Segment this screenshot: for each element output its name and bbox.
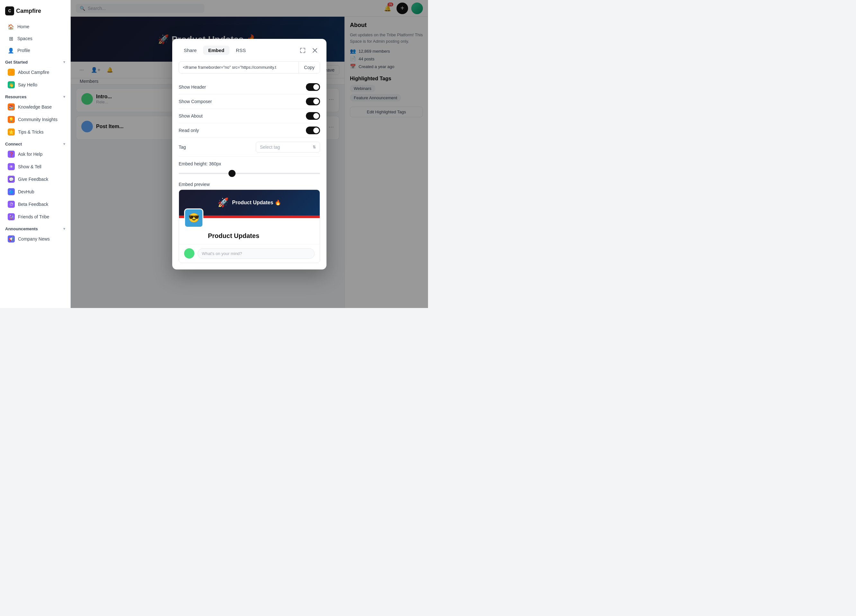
about-campfire-icon: 🔶 <box>8 69 15 76</box>
friends-of-tribe-icon: 🔮 <box>8 213 15 220</box>
tab-share[interactable]: Share <box>179 46 202 55</box>
expand-icon <box>300 48 305 53</box>
sidebar-item-community-insights[interactable]: 💡 Community Insights <box>3 114 68 126</box>
sidebar: C Campfire 🏠 Home ⊞ Spaces 👤 Profile Get… <box>0 0 71 308</box>
preview-composer: What's on your mind? <box>179 244 320 263</box>
sidebar-item-show-tell[interactable]: 👁 Show & Tell <box>3 161 68 173</box>
sidebar-item-label: Company News <box>18 237 50 241</box>
toggle-label: Show Composer <box>179 99 212 104</box>
sidebar-item-label: Tips & Tricks <box>18 129 44 135</box>
section-label: Announcements <box>5 226 38 231</box>
preview-composer-input: What's on your mind? <box>198 248 314 259</box>
close-button[interactable] <box>310 45 320 55</box>
toggle-knob <box>313 84 319 90</box>
sidebar-item-label: Profile <box>17 48 30 53</box>
read-only-toggle[interactable] <box>306 126 320 134</box>
sidebar-item-label: Spaces <box>17 36 32 41</box>
sidebar-item-devhub[interactable]: 🔷 DevHub <box>3 186 68 198</box>
section-label: Connect <box>5 141 22 146</box>
sidebar-item-label: Community Insights <box>18 117 57 122</box>
sidebar-item-company-news[interactable]: 📢 Company News <box>3 233 68 245</box>
show-tell-icon: 👁 <box>8 163 15 170</box>
sidebar-item-spaces[interactable]: ⊞ Spaces <box>3 33 68 44</box>
toggle-show-about: Show About <box>179 109 320 123</box>
preview-space-name: Product Updates <box>208 232 314 240</box>
beta-feedback-icon: ⏱ <box>8 201 15 208</box>
community-insights-icon: 💡 <box>8 116 15 123</box>
tab-rss[interactable]: RSS <box>231 46 251 55</box>
section-label: Get Started <box>5 60 28 65</box>
sidebar-item-label: About Campfire <box>18 70 49 75</box>
tag-row: Tag Select tag ⇅ <box>179 138 320 157</box>
devhub-icon: 🔷 <box>8 188 15 195</box>
embed-modal: Share Embed RSS <box>172 39 326 269</box>
show-header-toggle[interactable] <box>306 83 320 91</box>
section-label: Resources <box>5 94 26 99</box>
sidebar-item-label: Ask for Help <box>18 152 42 157</box>
embed-url-row: Copy <box>179 61 320 74</box>
chevron-down-icon: ▾ <box>63 60 65 64</box>
toggle-show-header: Show Header <box>179 80 320 94</box>
copy-button[interactable]: Copy <box>299 61 320 73</box>
sidebar-item-give-feedback[interactable]: 💬 Give Feedback <box>3 173 68 185</box>
ask-for-help-icon: ❓ <box>8 151 15 158</box>
show-composer-toggle[interactable] <box>306 98 320 105</box>
toggle-knob <box>313 128 319 133</box>
sidebar-item-label: Show & Tell <box>18 164 42 169</box>
tag-select-placeholder: Select tag <box>260 144 280 150</box>
toggle-show-composer: Show Composer <box>179 94 320 109</box>
section-resources[interactable]: Resources ▾ <box>0 91 70 100</box>
show-about-toggle[interactable] <box>306 112 320 120</box>
chevron-down-icon: ▾ <box>63 142 65 146</box>
slider-section: Embed height: 360px <box>179 157 320 178</box>
preview-rocket-emoji: 🚀 <box>217 197 229 208</box>
preview-composer-avatar <box>184 248 194 258</box>
sidebar-item-label: DevHub <box>18 189 34 194</box>
embed-height-slider[interactable] <box>179 173 320 174</box>
toggle-label: Read only <box>179 128 199 133</box>
tab-embed[interactable]: Embed <box>203 46 229 55</box>
toggle-label: Show Header <box>179 84 206 90</box>
toggle-label: Show About <box>179 114 203 118</box>
fullscreen-button[interactable] <box>297 45 308 55</box>
spaces-icon: ⊞ <box>8 35 14 42</box>
sidebar-item-knowledge-base[interactable]: 📚 Knowledge Base <box>3 101 68 113</box>
sidebar-item-say-hello[interactable]: 👋 Say Hello <box>3 79 68 91</box>
profile-icon: 👤 <box>8 47 14 54</box>
sidebar-item-friends-of-tribe[interactable]: 🔮 Friends of Tribe <box>3 211 68 223</box>
embed-height-label: Embed height: 360px <box>179 161 320 166</box>
main-content: 🔍 Search... 🔔 75 + 🚀 Product Updates 🔥 <box>71 0 428 308</box>
sidebar-item-label: Give Feedback <box>18 177 48 182</box>
preview-content: Product Updates <box>179 228 320 244</box>
sidebar-item-label: Beta Feedback <box>18 202 48 207</box>
logo-mark: C <box>5 6 14 15</box>
modal-overlay[interactable]: Share Embed RSS <box>71 0 428 308</box>
sidebar-item-label: Knowledge Base <box>18 104 52 109</box>
chevron-down-icon: ▾ <box>63 95 65 99</box>
home-icon: 🏠 <box>8 23 14 30</box>
sidebar-item-about-campfire[interactable]: 🔶 About Campfire <box>3 66 68 78</box>
section-connect[interactable]: Connect ▾ <box>0 138 70 148</box>
sidebar-item-profile[interactable]: 👤 Profile <box>3 45 68 56</box>
sidebar-item-label: Say Hello <box>18 82 37 88</box>
preview-space-logo: 😎 <box>184 209 203 228</box>
sidebar-item-ask-for-help[interactable]: ❓ Ask for Help <box>3 148 68 160</box>
tag-select[interactable]: Select tag ⇅ <box>256 141 320 152</box>
app-logo: C Campfire <box>0 4 70 20</box>
embed-preview-label: Embed preview <box>179 182 320 187</box>
sidebar-item-home[interactable]: 🏠 Home <box>3 21 68 32</box>
sidebar-item-label: Friends of Tribe <box>18 214 49 220</box>
app-name: Campfire <box>16 8 41 14</box>
section-announcements[interactable]: Announcements ▾ <box>0 223 70 232</box>
sidebar-item-tips-tricks[interactable]: ⭐ Tips & Tricks <box>3 126 68 138</box>
sidebar-item-beta-feedback[interactable]: ⏱ Beta Feedback <box>3 198 68 210</box>
modal-actions <box>297 45 320 55</box>
section-get-started[interactable]: Get Started ▾ <box>0 57 70 66</box>
give-feedback-icon: 💬 <box>8 176 15 183</box>
chevron-updown-icon: ⇅ <box>313 145 316 149</box>
toggle-knob <box>313 113 319 119</box>
tag-label: Tag <box>179 144 186 150</box>
sidebar-item-label: Home <box>17 24 29 29</box>
embed-url-input[interactable] <box>179 61 299 73</box>
embed-preview-box: 🚀 Product Updates 🔥 😎 Product Updates Wh… <box>179 189 320 263</box>
